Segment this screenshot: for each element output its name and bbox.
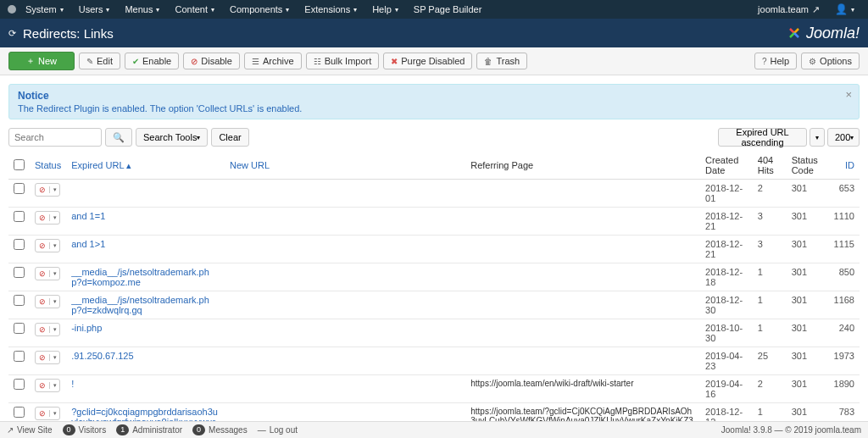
chevron-down-icon: ▾	[49, 326, 59, 333]
nav-menus[interactable]: Menus▾	[118, 2, 166, 17]
expired-url-link[interactable]: and 1>1	[71, 239, 105, 249]
view-site-link[interactable]: ↗View Site	[7, 425, 53, 435]
table-row: ⊘▾and 1>12018-12-2133011115	[8, 236, 860, 263]
row-check[interactable]	[14, 379, 25, 390]
page-title: Redirects: Links	[23, 26, 114, 41]
row-check[interactable]	[14, 211, 25, 222]
nav-system[interactable]: System▾	[19, 2, 70, 17]
row-check[interactable]	[14, 407, 25, 418]
search-button[interactable]: 🔍	[105, 128, 132, 147]
logout-link[interactable]: — Log out	[258, 425, 298, 435]
nav-content[interactable]: Content▾	[168, 2, 221, 17]
nav-components[interactable]: Components▾	[223, 2, 296, 17]
nav-extensions[interactable]: Extensions▾	[298, 2, 364, 17]
status-toggle[interactable]: ⊘▾	[35, 323, 60, 336]
referring-page	[465, 347, 700, 375]
clear-button[interactable]: Clear	[211, 128, 248, 147]
search-icon: 🔍	[113, 132, 125, 143]
disabled-icon: ⊘	[36, 325, 49, 334]
col-date[interactable]: Created Date	[700, 152, 753, 180]
close-icon[interactable]: ×	[845, 88, 852, 101]
hits-count: 1	[753, 291, 787, 319]
help-button[interactable]: ?Help	[754, 53, 797, 69]
referring-page	[465, 180, 700, 208]
col-expired[interactable]: Expired URL ▴	[66, 152, 225, 180]
edit-button[interactable]: ✎Edit	[79, 53, 120, 69]
search-input[interactable]	[8, 128, 102, 147]
check-icon: ✔	[132, 57, 139, 66]
bulk-import-button[interactable]: ☷Bulk Import	[306, 53, 380, 69]
enable-button[interactable]: ✔Enable	[125, 53, 179, 69]
status-toggle[interactable]: ⊘▾	[35, 379, 60, 392]
status-toggle[interactable]: ⊘▾	[35, 351, 60, 364]
top-navbar: System▾ Users▾ Menus▾ Content▾ Component…	[0, 0, 868, 19]
row-id: 1115	[828, 236, 860, 263]
created-date: 2018-12-30	[700, 291, 753, 319]
expired-url-link[interactable]: __media__/js/netsoltrademark.php?d=zkdwq…	[71, 295, 209, 315]
row-check[interactable]	[14, 295, 25, 306]
status-toggle[interactable]: ⊘▾	[35, 211, 60, 225]
status-toggle[interactable]: ⊘▾	[35, 407, 60, 420]
created-date: 2018-12-01	[700, 180, 753, 208]
row-id: 1973	[828, 347, 860, 375]
status-toggle[interactable]: ⊘▾	[35, 295, 60, 308]
status-code: 301	[787, 375, 829, 403]
status-code: 301	[787, 291, 829, 319]
trash-icon: 🗑	[484, 57, 492, 66]
refresh-icon: ⟳	[8, 28, 16, 39]
col-hits[interactable]: 404 Hits	[753, 152, 787, 180]
gear-icon: ⚙	[809, 57, 816, 66]
limit-select[interactable]: 200 ▾	[827, 128, 860, 147]
status-toggle[interactable]: ⊘▾	[35, 267, 60, 280]
col-code[interactable]: Status Code	[787, 152, 829, 180]
col-newurl[interactable]: New URL	[225, 152, 465, 180]
status-toggle[interactable]: ⊘▾	[35, 239, 60, 252]
expired-url-link[interactable]: and 1=1	[71, 211, 105, 221]
chevron-down-icon: ▾	[106, 6, 109, 14]
status-code: 301	[787, 208, 829, 236]
created-date: 2018-12-21	[700, 236, 753, 263]
options-button[interactable]: ⚙Options	[801, 53, 860, 69]
col-id[interactable]: ID	[828, 152, 860, 180]
row-check[interactable]	[14, 351, 25, 362]
nav-user-menu[interactable]: 👤▾	[828, 1, 861, 18]
nav-sppagebuilder[interactable]: SP Page Builder	[407, 2, 489, 17]
nav-help[interactable]: Help▾	[365, 2, 405, 17]
expired-url-link[interactable]: -ini.php	[71, 323, 102, 333]
disabled-icon: ⊘	[36, 269, 49, 278]
trash-button[interactable]: 🗑Trash	[476, 53, 527, 69]
status-code: 301	[787, 347, 829, 375]
chevron-down-icon: ▾	[211, 6, 214, 14]
new-button[interactable]: ＋New	[8, 52, 75, 70]
footer-bar: ↗View Site 0Visitors 1Administrator 0Mes…	[0, 421, 868, 438]
referring-page	[465, 236, 700, 263]
nav-site-link[interactable]: joomla.team ↗	[751, 2, 826, 18]
redirect-table: Status Expired URL ▴ New URL Referring P…	[0, 152, 868, 438]
col-status[interactable]: Status	[30, 152, 66, 180]
expired-url-link[interactable]: .91.250.67.125	[71, 351, 133, 361]
table-row: ⊘▾.91.250.67.1252019-04-23253011973	[8, 347, 860, 375]
check-all[interactable]	[14, 159, 25, 170]
expired-url-link[interactable]: !	[71, 379, 74, 389]
sort-select[interactable]: Expired URL ascending	[718, 128, 807, 147]
sort-dir-button[interactable]: ▾	[810, 128, 825, 147]
messages-status[interactable]: 0Messages	[192, 424, 248, 435]
disable-button[interactable]: ⊘Disable	[183, 53, 240, 69]
row-id: 1110	[828, 208, 860, 236]
status-toggle[interactable]: ⊘▾	[35, 183, 60, 197]
external-icon: ↗	[7, 425, 14, 435]
row-check[interactable]	[14, 323, 25, 334]
search-tools-button[interactable]: Search Tools ▾	[136, 128, 208, 147]
purge-button[interactable]: ✖Purge Disabled	[383, 53, 472, 69]
plus-icon: ＋	[26, 55, 35, 67]
hits-count: 1	[753, 319, 787, 347]
archive-button[interactable]: ☰Archive	[244, 53, 302, 69]
col-ref: Referring Page	[465, 152, 700, 180]
row-check[interactable]	[14, 239, 25, 250]
chevron-down-icon: ▾	[395, 6, 398, 14]
nav-users[interactable]: Users▾	[72, 2, 117, 17]
row-check[interactable]	[14, 267, 25, 278]
row-check[interactable]	[14, 183, 25, 194]
footer-credit: Joomla! 3.9.8 — © 2019 joomla.team	[721, 425, 861, 435]
expired-url-link[interactable]: __media__/js/netsoltrademark.php?d=kompo…	[71, 267, 209, 287]
